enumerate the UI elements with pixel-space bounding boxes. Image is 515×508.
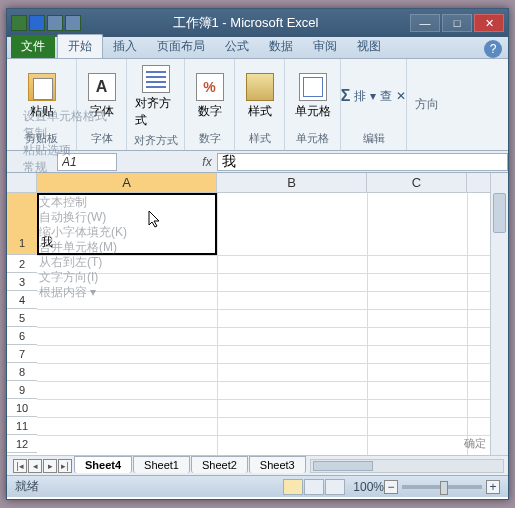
clear-button[interactable]: ✕ (396, 89, 406, 103)
window-buttons: — □ ✕ (410, 14, 504, 32)
styles-label: 样式 (248, 103, 272, 120)
tab-home[interactable]: 开始 (57, 34, 103, 58)
name-box[interactable] (57, 153, 117, 171)
zoom-level[interactable]: 100% (353, 480, 384, 494)
window-title: 工作簿1 - Microsoft Excel (81, 14, 410, 32)
group-clipboard: 粘贴 剪贴板 (7, 59, 77, 150)
font-group-label: 字体 (91, 131, 113, 146)
sheet-nav-next[interactable]: ▸ (43, 459, 57, 473)
sheet-tab-sheet3[interactable]: Sheet3 (249, 456, 306, 473)
sigma-icon: Σ (341, 87, 351, 105)
tab-page-layout[interactable]: 页面布局 (147, 35, 215, 58)
row-header-8[interactable]: 8 (7, 363, 37, 381)
vertical-scrollbar[interactable] (490, 173, 508, 455)
sheet-nav-prev[interactable]: ◂ (28, 459, 42, 473)
row-header-2[interactable]: 2 (7, 255, 37, 273)
formula-bar-row: fx (7, 151, 508, 173)
tab-data[interactable]: 数据 (259, 35, 303, 58)
row-header-10[interactable]: 10 (7, 399, 37, 417)
sheet-tab-sheet4[interactable]: Sheet4 (74, 456, 132, 473)
row-header-3[interactable]: 3 (7, 273, 37, 291)
status-bar: 就绪 100% − + (7, 475, 508, 497)
sheet-tab-sheet2[interactable]: Sheet2 (191, 456, 248, 473)
row-header-12[interactable]: 12 (7, 435, 37, 453)
view-page-layout-button[interactable] (304, 479, 324, 495)
maximize-button[interactable]: □ (442, 14, 472, 32)
status-ready: 就绪 (15, 478, 39, 495)
group-alignment: 对齐方式 对齐方式 (127, 59, 185, 150)
editing-group-label: 编辑 (363, 131, 385, 146)
redo-icon[interactable] (65, 15, 81, 31)
view-page-break-button[interactable] (325, 479, 345, 495)
clipboard-group-label: 剪贴板 (25, 131, 58, 146)
group-editing: Σ 排 ▾ 查 ✕ 编辑 (341, 59, 407, 150)
row-header-11[interactable]: 11 (7, 417, 37, 435)
find-button[interactable]: 查 (380, 88, 392, 105)
align-group-label: 对齐方式 (134, 133, 178, 148)
number-group-label: 数字 (199, 131, 221, 146)
sheet-tab-bar: |◂ ◂ ▸ ▸| Sheet4 Sheet1 Sheet2 Sheet3 (7, 455, 508, 475)
fill-button[interactable]: ▾ (370, 89, 376, 103)
save-icon[interactable] (29, 15, 45, 31)
zoom-slider[interactable] (402, 485, 482, 489)
row-header-1[interactable]: 1 (7, 193, 37, 255)
tab-insert[interactable]: 插入 (103, 35, 147, 58)
align-icon (142, 65, 170, 93)
font-button[interactable]: A 字体 (86, 71, 118, 122)
close-button[interactable]: ✕ (474, 14, 504, 32)
col-header-b[interactable]: B (217, 173, 367, 192)
cells-group-label: 单元格 (296, 131, 329, 146)
number-button[interactable]: % 数字 (194, 71, 226, 122)
formula-bar[interactable] (217, 153, 508, 171)
autosum-button[interactable]: Σ (341, 87, 351, 105)
group-direction: 方向 (407, 59, 447, 150)
row-header-6[interactable]: 6 (7, 327, 37, 345)
group-cells: 单元格 单元格 (285, 59, 341, 150)
alignment-button[interactable]: 对齐方式 (133, 63, 178, 131)
col-header-a[interactable]: A (37, 173, 217, 192)
number-label: 数字 (198, 103, 222, 120)
horizontal-scrollbar[interactable] (310, 459, 504, 473)
hscroll-thumb[interactable] (313, 461, 373, 471)
styles-group-label: 样式 (249, 131, 271, 146)
cells-button[interactable]: 单元格 (293, 71, 333, 122)
view-buttons (283, 479, 345, 495)
zoom-in-button[interactable]: + (486, 480, 500, 494)
ok-hint: 确定 (464, 436, 486, 451)
view-normal-button[interactable] (283, 479, 303, 495)
sheet-tab-sheet1[interactable]: Sheet1 (133, 456, 190, 473)
vscroll-thumb[interactable] (493, 193, 506, 233)
cell-a1[interactable]: 我 (37, 193, 217, 255)
select-all-corner[interactable] (7, 173, 37, 193)
align-label: 对齐方式 (135, 95, 176, 129)
number-icon: % (196, 73, 224, 101)
sheet-nav-last[interactable]: ▸| (58, 459, 72, 473)
sort-button[interactable]: 排 (354, 88, 366, 105)
paste-label: 粘贴 (30, 103, 54, 120)
row-header-5[interactable]: 5 (7, 309, 37, 327)
paste-button[interactable]: 粘贴 (26, 71, 58, 122)
tab-formulas[interactable]: 公式 (215, 35, 259, 58)
row-header-9[interactable]: 9 (7, 381, 37, 399)
row-header-4[interactable]: 4 (7, 291, 37, 309)
fx-icon[interactable]: fx (197, 155, 217, 169)
direction-label: 方向 (415, 96, 439, 113)
tab-file[interactable]: 文件 (11, 35, 55, 58)
paste-icon (28, 73, 56, 101)
sheet-nav-first[interactable]: |◂ (13, 459, 27, 473)
col-header-c[interactable]: C (367, 173, 467, 192)
font-label: 字体 (90, 103, 114, 120)
undo-icon[interactable] (47, 15, 63, 31)
tab-view[interactable]: 视图 (347, 35, 391, 58)
group-number: % 数字 数字 (185, 59, 235, 150)
quick-access-toolbar (11, 15, 81, 31)
group-styles: 样式 样式 (235, 59, 285, 150)
help-button[interactable]: ? (484, 40, 502, 58)
zoom-out-button[interactable]: − (384, 480, 398, 494)
row-header-7[interactable]: 7 (7, 345, 37, 363)
styles-button[interactable]: 样式 (244, 71, 276, 122)
zoom-control: − + (384, 480, 500, 494)
minimize-button[interactable]: — (410, 14, 440, 32)
tab-review[interactable]: 审阅 (303, 35, 347, 58)
font-icon: A (88, 73, 116, 101)
